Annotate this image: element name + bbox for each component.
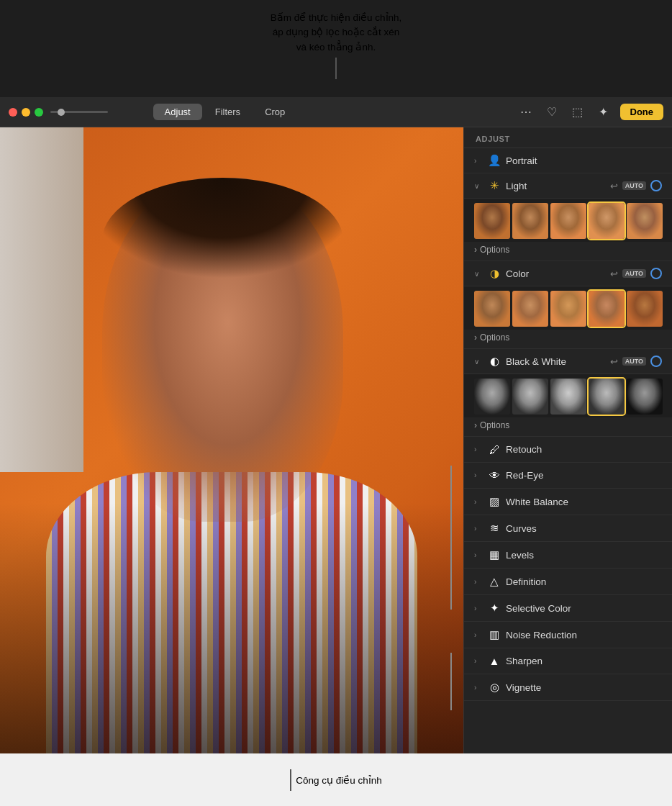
main-area: ADJUST › 👤 Portrait ∨ ✳ Light ↩ AUTO [0, 127, 672, 753]
bw-label: Black & White [506, 356, 606, 367]
definition-icon: △ [487, 575, 501, 588]
bw-options-label: Options [480, 420, 509, 430]
color-thumb-4[interactable] [589, 291, 625, 327]
sharpen-label: Sharpen [506, 656, 662, 666]
traffic-lights [9, 108, 43, 117]
tab-filters[interactable]: Filters [204, 104, 252, 120]
photo-shadow [0, 503, 463, 753]
panel-header: ADJUST [464, 127, 672, 148]
light-undo-icon[interactable]: ↩ [610, 181, 618, 191]
bw-auto-badge[interactable]: AUTO [622, 357, 646, 366]
bw-thumb-1[interactable] [474, 379, 510, 415]
chevron-curves: › [474, 525, 483, 533]
light-thumb-3[interactable] [550, 203, 586, 239]
chevron-definition: › [474, 578, 483, 586]
bottom-annotation-text: Công cụ điều chỉnh [296, 774, 382, 786]
chevron-white-balance: › [474, 498, 483, 506]
color-undo-icon[interactable]: ↩ [610, 268, 618, 279]
light-toggle[interactable] [650, 180, 662, 191]
section-light[interactable]: ∨ ✳ Light ↩ AUTO [464, 173, 672, 199]
section-definition[interactable]: › △ Definition [464, 569, 672, 595]
fullscreen-button[interactable] [35, 108, 43, 117]
light-thumb-2[interactable] [512, 203, 548, 239]
bw-options-row[interactable]: › Options [464, 417, 672, 437]
favorite-button[interactable]: ♡ [542, 103, 561, 122]
bottom-annotation-content: Công cụ điều chỉnh [290, 769, 382, 791]
bw-undo-icon[interactable]: ↩ [610, 356, 618, 367]
done-button[interactable]: Done [620, 104, 664, 120]
chevron-levels: › [474, 551, 483, 559]
tooltip-area: Bấm để thực hiện điều chỉnh, áp dụng bộ … [0, 0, 672, 101]
light-options-row[interactable]: › Options [464, 242, 672, 261]
adjust-panel: ADJUST › 👤 Portrait ∨ ✳ Light ↩ AUTO [463, 127, 672, 753]
titlebar: Adjust Filters Crop ⋯ ♡ ⬚ ✦ Done [0, 97, 672, 127]
section-sharpen[interactable]: › ▲ Sharpen [464, 648, 672, 674]
section-retouch[interactable]: › 🖊 Retouch [464, 437, 672, 463]
light-label: Light [506, 181, 606, 191]
light-icon: ✳ [487, 179, 501, 192]
chevron-light-options: › [474, 245, 477, 255]
minimize-button[interactable] [22, 108, 30, 117]
color-options-row[interactable]: › Options [464, 330, 672, 349]
chevron-noise-reduction: › [474, 631, 483, 639]
photo-area [0, 127, 463, 753]
bw-thumb-4[interactable] [589, 379, 625, 415]
portrait-label: Portrait [506, 155, 662, 166]
light-auto-badge[interactable]: AUTO [622, 181, 646, 190]
magic-button[interactable]: ✦ [594, 103, 613, 122]
color-options-label: Options [480, 332, 509, 343]
photo-wall-left [0, 127, 83, 472]
color-thumb-5[interactable] [627, 291, 663, 327]
section-red-eye[interactable]: › 👁 Red-Eye [464, 463, 672, 489]
annotation-line-up [290, 769, 291, 791]
tooltip-line [335, 58, 337, 79]
portrait-icon: 👤 [487, 154, 501, 167]
color-label: Color [506, 268, 606, 279]
section-vignette[interactable]: › ◎ Vignette [464, 674, 672, 701]
bw-thumb-5[interactable] [627, 379, 663, 415]
chevron-vignette: › [474, 684, 483, 692]
color-toggle[interactable] [650, 268, 662, 279]
bw-thumb-strip [464, 374, 672, 417]
levels-label: Levels [506, 550, 662, 561]
section-portrait[interactable]: › 👤 Portrait [464, 148, 672, 173]
noise-reduction-label: Noise Reduction [506, 630, 662, 640]
section-levels[interactable]: › ▦ Levels [464, 542, 672, 569]
light-thumb-5[interactable] [627, 203, 663, 239]
section-color[interactable]: ∨ ◑ Color ↩ AUTO [464, 261, 672, 286]
selective-color-icon: ✦ [487, 602, 501, 615]
bw-thumb-3[interactable] [550, 379, 586, 415]
color-thumb-2[interactable] [512, 291, 548, 327]
section-selective-color[interactable]: › ✦ Selective Color [464, 595, 672, 622]
red-eye-label: Red-Eye [506, 470, 662, 481]
chevron-color-options: › [474, 332, 477, 343]
bw-toggle[interactable] [650, 356, 662, 367]
color-auto-badge[interactable]: AUTO [622, 269, 646, 278]
titlebar-tabs: Adjust Filters Crop [153, 104, 297, 120]
section-bw[interactable]: ∨ ◐ Black & White ↩ AUTO [464, 349, 672, 374]
color-thumb-3[interactable] [550, 291, 586, 327]
tab-crop[interactable]: Crop [253, 104, 296, 120]
bw-controls: ↩ AUTO [610, 356, 662, 367]
titlebar-right: ⋯ ♡ ⬚ ✦ Done [517, 103, 664, 122]
light-controls: ↩ AUTO [610, 180, 662, 191]
tab-adjust[interactable]: Adjust [153, 104, 202, 120]
light-thumb-4[interactable] [589, 203, 625, 239]
chevron-selective-color: › [474, 604, 483, 612]
bw-icon: ◐ [487, 355, 501, 368]
section-noise-reduction[interactable]: › ▥ Noise Reduction [464, 622, 672, 648]
copy-button[interactable]: ⬚ [568, 103, 587, 122]
section-white-balance[interactable]: › ▨ White Balance [464, 489, 672, 515]
bw-thumb-2[interactable] [512, 379, 548, 415]
more-button[interactable]: ⋯ [517, 103, 535, 122]
close-button[interactable] [9, 108, 17, 117]
brightness-slider[interactable] [50, 111, 108, 113]
photo-simulation [0, 127, 463, 753]
vignette-label: Vignette [506, 682, 662, 693]
color-thumb-1[interactable] [474, 291, 510, 327]
sharpen-icon: ▲ [487, 655, 501, 667]
section-curves[interactable]: › ≋ Curves [464, 515, 672, 542]
chevron-bw-options: › [474, 420, 477, 430]
chevron-portrait: › [474, 157, 483, 165]
light-thumb-1[interactable] [474, 203, 510, 239]
